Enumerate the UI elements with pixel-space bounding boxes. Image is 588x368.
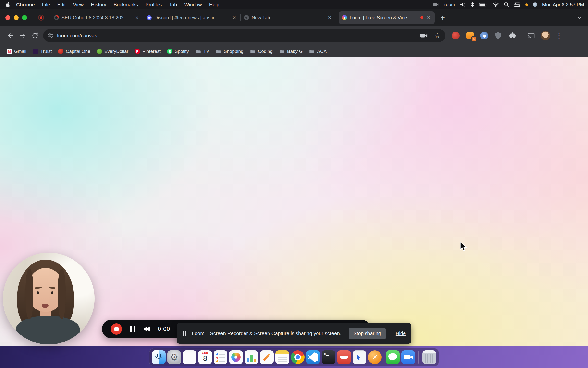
battery-icon[interactable] (479, 2, 488, 7)
loom-favicon (342, 15, 347, 20)
presenter-eye (51, 291, 53, 294)
macos-menubar: Chrome File Edit View History Bookmarks … (0, 0, 588, 9)
webcam-bubble[interactable] (3, 253, 95, 344)
site-settings-icon[interactable] (48, 32, 54, 39)
tab-title: Loom | Free Screen & Vide (350, 15, 418, 21)
terminal-icon[interactable]: >_ (322, 350, 335, 364)
zoom-app-icon[interactable] (401, 350, 415, 364)
tab-search-button[interactable] (577, 15, 582, 20)
stop-sharing-button[interactable]: Stop sharing (349, 328, 386, 339)
zoom-menubar-label[interactable]: zoom (443, 2, 455, 7)
bookmark-folder-coding[interactable]: Coding (247, 47, 276, 56)
textedit-icon[interactable] (183, 350, 196, 364)
bookmark-folder-baby-g[interactable]: Baby G (276, 47, 306, 56)
bookmark-spotify[interactable]: Spotify (164, 47, 192, 56)
bluetooth-icon[interactable] (471, 2, 474, 7)
menubar-app-name[interactable]: Chrome (12, 2, 38, 8)
hide-banner-link[interactable]: Hide (396, 331, 406, 336)
cast-icon[interactable] (525, 29, 537, 42)
tab-close-icon[interactable]: × (232, 15, 237, 21)
gmail-icon: M (7, 49, 12, 54)
menu-edit[interactable]: Edit (54, 2, 69, 8)
pages-icon[interactable] (260, 350, 274, 364)
bookmark-capital-one[interactable]: Capital One (55, 47, 93, 56)
recording-indicator-icon[interactable] (38, 15, 44, 21)
bookmark-pinterest[interactable]: P Pinterest (132, 47, 164, 56)
finder-icon[interactable] (152, 350, 166, 364)
extension-icon[interactable] (480, 32, 488, 39)
bookmark-folder-aca[interactable]: ACA (306, 47, 330, 56)
trash-icon[interactable] (422, 350, 436, 364)
spotlight-icon[interactable] (504, 2, 509, 7)
system-settings-icon[interactable]: ⚙ (167, 350, 181, 364)
bookmark-folder-shopping[interactable]: Shopping (212, 47, 246, 56)
tab-close-icon[interactable]: × (426, 15, 431, 21)
menu-view[interactable]: View (69, 2, 87, 8)
bookmark-label: Shopping (224, 49, 243, 54)
menu-history[interactable]: History (87, 2, 110, 8)
tab-discord[interactable]: Discord | #tech-news | austin × (143, 11, 240, 24)
tab-seu-cohort[interactable]: SEU-Cohort-8.2024-3.18.202 × (50, 11, 143, 24)
messages-icon[interactable] (386, 350, 400, 364)
browser-menu-icon[interactable]: ⋮ (553, 32, 564, 39)
url-text[interactable]: loom.com/canvas (57, 33, 416, 39)
menu-file[interactable]: File (38, 2, 54, 8)
bookmark-star-icon[interactable]: ☆ (432, 30, 442, 41)
restart-recording-icon[interactable] (143, 326, 150, 332)
pointer-tool-icon[interactable] (353, 350, 366, 364)
stop-recording-button[interactable] (111, 323, 122, 335)
tab-close-icon[interactable]: × (135, 15, 140, 21)
address-bar[interactable]: loom.com/canvas ☆ (43, 29, 445, 42)
forward-button[interactable] (17, 29, 29, 42)
presenter-hair-strand (58, 269, 66, 319)
profile-avatar[interactable] (541, 31, 550, 40)
photos-icon[interactable] (229, 350, 243, 364)
chrome-icon[interactable] (291, 350, 305, 364)
menu-help[interactable]: Help (206, 2, 223, 8)
menubar-app-icon[interactable] (533, 2, 537, 7)
wifi-icon[interactable] (492, 2, 499, 7)
menu-window[interactable]: Window (181, 2, 206, 8)
tab-loom-active[interactable]: Loom | Free Screen & Vide × (339, 11, 435, 24)
extensions-puzzle-icon[interactable] (508, 31, 517, 40)
honey-extension-icon[interactable]: 1 (466, 31, 475, 40)
bookmark-gmail[interactable]: M Gmail (3, 47, 30, 56)
apple-menu-icon[interactable] (6, 2, 11, 7)
numbers-icon[interactable] (245, 350, 258, 364)
reminders-icon[interactable] (214, 350, 227, 364)
control-center-icon[interactable] (514, 2, 520, 7)
pause-recording-button[interactable] (130, 326, 135, 332)
folder-icon (309, 49, 315, 54)
window-close-button[interactable] (5, 15, 10, 20)
presenter-hair-strand (25, 269, 33, 319)
notes-icon[interactable] (275, 350, 289, 364)
menubar-status-dot-icon[interactable] (525, 3, 528, 6)
browser-toolbar: loom.com/canvas ☆ 1 ⋮ (0, 26, 588, 45)
menu-bookmarks[interactable]: Bookmarks (110, 2, 142, 8)
reload-button[interactable] (29, 29, 41, 42)
bookmark-folder-tv[interactable]: TV (192, 47, 212, 56)
back-button[interactable] (4, 29, 17, 42)
folder-icon (216, 49, 221, 54)
window-zoom-button[interactable] (22, 15, 27, 20)
adblock-extension-icon[interactable] (451, 31, 460, 40)
window-minimize-button[interactable] (14, 15, 19, 20)
volume-icon[interactable] (460, 2, 466, 7)
bookmark-truist[interactable]: Truist (30, 47, 55, 56)
new-tab-button[interactable]: + (438, 14, 447, 22)
tab-new-tab[interactable]: New Tab × (241, 11, 336, 24)
menu-tab[interactable]: Tab (165, 2, 181, 8)
menubar-clock[interactable]: Mon Apr 8 2:57 PM (542, 2, 584, 8)
bookmark-everydollar[interactable]: EveryDollar (94, 47, 132, 56)
tab-close-icon[interactable]: × (327, 15, 332, 21)
calendar-day: 8 (198, 354, 212, 363)
camera-status-icon[interactable] (433, 3, 439, 7)
tab-media-camera-icon[interactable] (419, 30, 429, 41)
tab-title: Discord | #tech-news | austin (154, 15, 229, 21)
shield-extension-icon[interactable] (494, 31, 502, 40)
vscode-icon[interactable] (306, 350, 320, 364)
compass-browser-icon[interactable] (368, 350, 382, 364)
calendar-icon[interactable]: APR 8 (198, 350, 212, 364)
red-utility-icon[interactable] (337, 350, 351, 364)
menu-profiles[interactable]: Profiles (142, 2, 166, 8)
